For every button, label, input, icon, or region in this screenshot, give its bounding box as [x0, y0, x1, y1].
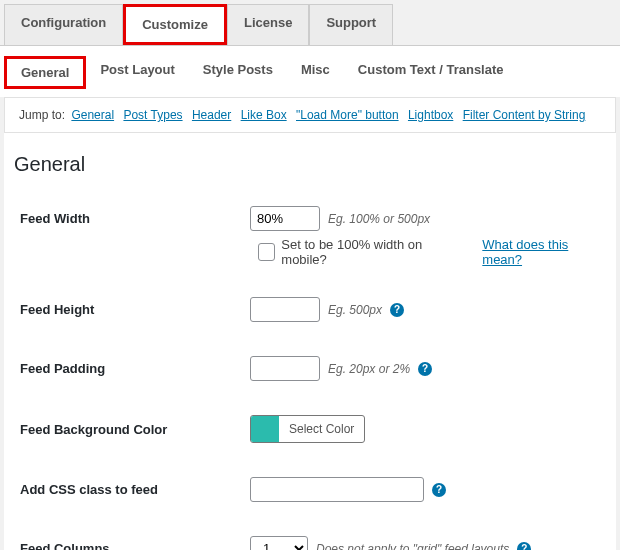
section-heading: General: [14, 153, 606, 176]
css-class-input[interactable]: [250, 477, 424, 502]
feed-height-label: Feed Height: [14, 302, 250, 317]
sub-tabs: General Post Layout Style Posts Misc Cus…: [0, 45, 620, 97]
feed-columns-hint: Does not apply to "grid" feed layouts: [316, 542, 509, 551]
tab-support[interactable]: Support: [309, 4, 393, 45]
feed-padding-label: Feed Padding: [14, 361, 250, 376]
css-class-label: Add CSS class to feed: [14, 482, 250, 497]
feed-height-input[interactable]: [250, 297, 320, 322]
row-feed-height: Feed Height Eg. 500px ?: [14, 285, 606, 344]
jump-filter-content[interactable]: Filter Content by String: [463, 108, 586, 122]
help-icon[interactable]: ?: [517, 542, 531, 551]
jump-lightbox[interactable]: Lightbox: [408, 108, 453, 122]
feed-width-input[interactable]: [250, 206, 320, 231]
color-swatch: [251, 416, 279, 442]
jump-like-box[interactable]: Like Box: [241, 108, 287, 122]
feed-padding-hint: Eg. 20px or 2%: [328, 362, 410, 376]
mobile-width-text: Set to be 100% width on mobile?: [281, 237, 463, 267]
feed-padding-input[interactable]: [250, 356, 320, 381]
row-bg-color: Feed Background Color Select Color: [14, 403, 606, 465]
jump-to-bar: Jump to: General Post Types Header Like …: [4, 97, 616, 133]
mobile-width-checkbox[interactable]: [258, 243, 275, 261]
subtab-custom-text[interactable]: Custom Text / Translate: [344, 56, 518, 89]
color-picker[interactable]: Select Color: [250, 415, 365, 443]
tab-configuration[interactable]: Configuration: [4, 4, 123, 45]
row-feed-columns: Feed Columns 1 Does not apply to "grid" …: [14, 524, 606, 550]
tab-customize[interactable]: Customize: [123, 4, 227, 45]
row-feed-padding: Feed Padding Eg. 20px or 2% ?: [14, 344, 606, 403]
row-mobile-width: Set to be 100% width on mobile? What doe…: [258, 237, 606, 267]
settings-panel: General Feed Width Eg. 100% or 500px Set…: [4, 133, 616, 550]
help-icon[interactable]: ?: [418, 362, 432, 376]
subtab-general[interactable]: General: [4, 56, 86, 89]
select-color-button[interactable]: Select Color: [279, 422, 364, 436]
jump-header[interactable]: Header: [192, 108, 231, 122]
feed-height-hint: Eg. 500px: [328, 303, 382, 317]
feed-columns-label: Feed Columns: [14, 541, 250, 550]
bg-color-label: Feed Background Color: [14, 422, 250, 437]
feed-width-hint: Eg. 100% or 500px: [328, 212, 430, 226]
help-icon[interactable]: ?: [390, 303, 404, 317]
feed-width-label: Feed Width: [14, 211, 250, 226]
mobile-width-link[interactable]: What does this mean?: [482, 237, 606, 267]
subtab-misc[interactable]: Misc: [287, 56, 344, 89]
help-icon[interactable]: ?: [432, 483, 446, 497]
jump-load-more[interactable]: "Load More" button: [296, 108, 399, 122]
jump-general[interactable]: General: [71, 108, 114, 122]
jump-label: Jump to:: [19, 108, 65, 122]
main-tabs: Configuration Customize License Support: [0, 0, 620, 45]
subtab-post-layout[interactable]: Post Layout: [86, 56, 188, 89]
subtab-style-posts[interactable]: Style Posts: [189, 56, 287, 89]
row-css-class: Add CSS class to feed ?: [14, 465, 606, 524]
feed-columns-select[interactable]: 1: [250, 536, 308, 550]
tab-license[interactable]: License: [227, 4, 309, 45]
jump-post-types[interactable]: Post Types: [123, 108, 182, 122]
